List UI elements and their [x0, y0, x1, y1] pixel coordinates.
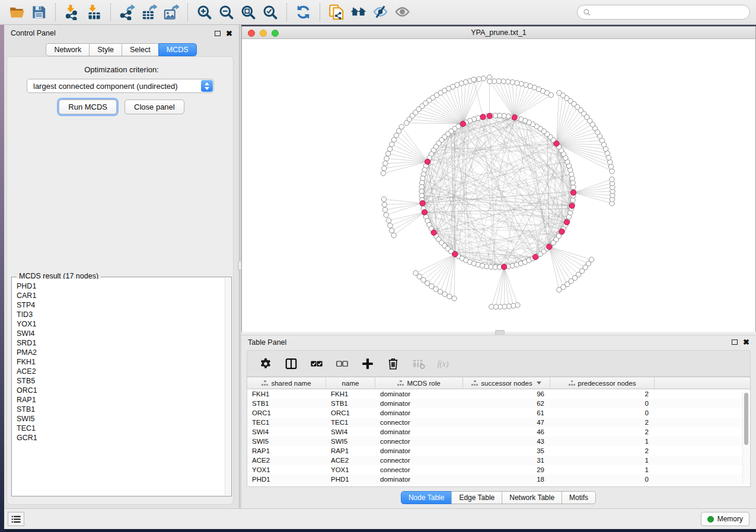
cell-successor-nodes: 46 [463, 427, 550, 437]
refresh-icon[interactable] [292, 2, 314, 23]
toolbar-separator [110, 4, 111, 21]
table-row[interactable]: SWI5SWI5connector431 [247, 437, 750, 446]
cell-predecessor-nodes: 0 [550, 475, 655, 484]
table-scrollbar-thumb[interactable] [744, 393, 748, 445]
window-maximize-icon[interactable] [272, 30, 279, 37]
mcds-result-item[interactable]: ACE2 [17, 367, 225, 376]
mcds-result-item[interactable]: FKH1 [17, 357, 225, 367]
tab-motifs[interactable]: Motifs [562, 491, 596, 504]
tab-select[interactable]: Select [122, 43, 159, 56]
home-icon[interactable] [347, 2, 369, 23]
tab-network[interactable]: Network [46, 43, 90, 56]
mcds-result-item[interactable]: PHD1 [17, 281, 225, 291]
task-history-button[interactable] [8, 512, 24, 526]
mcds-result-item[interactable]: TID3 [17, 310, 225, 319]
network-view-window: YPA_prune.txt_1 [241, 26, 756, 332]
memory-button[interactable]: Memory [701, 512, 749, 526]
open-file-icon[interactable] [6, 2, 28, 23]
mcds-result-item[interactable]: SWI4 [17, 329, 225, 338]
zoom-out-icon[interactable] [215, 2, 237, 23]
criterion-dropdown[interactable]: largest connected component (undirected) [27, 79, 214, 93]
mcds-result-list[interactable]: PHD1CAR1STP4TID3YOX1SWI4SRD1PMA2FKH1ACE2… [12, 279, 225, 495]
table-row[interactable]: RAP1RAP1dominator352 [247, 446, 750, 456]
search-input[interactable] [595, 8, 744, 17]
svg-text:f(x): f(x) [437, 359, 448, 368]
cell-name: YOX1 [326, 465, 375, 475]
tab-node-table[interactable]: Node Table [401, 491, 452, 504]
table-row[interactable]: FKH1FKH1dominator962 [247, 389, 750, 399]
table-row[interactable]: TEC1TEC1connector472 [247, 418, 750, 427]
column-layout-icon[interactable] [283, 356, 299, 371]
column-header-successor-nodes[interactable]: successor nodes [463, 377, 550, 389]
export-table-icon[interactable] [138, 2, 160, 23]
cell-predecessor-nodes: 0 [550, 399, 655, 408]
close-panel-button[interactable]: Close panel [125, 100, 184, 114]
mcds-result-item[interactable]: SWI5 [17, 414, 225, 424]
table-row[interactable]: YOX1YOX1connector291 [247, 465, 750, 475]
column-header-predecessor-nodes[interactable]: predecessor nodes [550, 377, 655, 389]
mcds-result-item[interactable]: CAR1 [17, 291, 225, 300]
zoom-selected-icon[interactable] [259, 2, 281, 23]
float-table-panel-icon[interactable] [732, 339, 738, 345]
close-panel-icon[interactable]: ✖ [226, 30, 232, 37]
mcds-result-item[interactable]: PMA2 [17, 348, 225, 357]
mcds-result-item[interactable]: SRD1 [17, 338, 225, 348]
cell-shared-name: SWI5 [247, 437, 326, 446]
mcds-result-item[interactable]: YOX1 [17, 319, 225, 329]
hide-selected-icon[interactable] [369, 2, 391, 23]
select-all-icon[interactable] [309, 356, 324, 371]
table-row[interactable]: PHD1PHD1dominator180 [247, 475, 750, 484]
delete-column-icon[interactable] [385, 356, 401, 371]
mcds-result-item[interactable]: STB5 [17, 376, 225, 386]
table-row[interactable]: SWI4SWI4dominator462 [247, 427, 750, 437]
tab-style[interactable]: Style [89, 43, 122, 56]
close-table-panel-icon[interactable]: ✖ [743, 338, 749, 346]
import-network-icon[interactable] [61, 2, 83, 23]
copy-network-icon[interactable] [326, 2, 347, 23]
function-builder-icon: f(x) [436, 356, 452, 371]
import-table-icon[interactable] [83, 2, 105, 23]
toolbar-separator [55, 4, 56, 21]
search-box[interactable] [577, 5, 750, 20]
save-session-icon[interactable] [28, 2, 50, 23]
network-canvas[interactable] [242, 40, 755, 332]
cell-predecessor-nodes: 0 [550, 408, 655, 418]
table-row[interactable]: STB1STB1dominator620 [247, 399, 750, 408]
column-header-MCDS-role[interactable]: MCDS role [375, 377, 463, 389]
table-scrollbar[interactable] [742, 392, 749, 484]
tab-mcds[interactable]: MCDS [158, 43, 197, 56]
mcds-result-item[interactable]: RAP1 [17, 395, 225, 405]
table-row[interactable]: ORC1ORC1dominator610 [247, 408, 750, 418]
table-row[interactable]: ACE2ACE2connector311 [247, 456, 750, 465]
settings-gear-icon[interactable] [258, 356, 273, 371]
mcds-result-item[interactable]: STB1 [17, 405, 225, 414]
zoom-fit-icon[interactable] [237, 2, 259, 23]
tab-edge-table[interactable]: Edge Table [451, 491, 502, 504]
cell-MCDS-role: connector [375, 418, 463, 427]
mcds-result-item[interactable]: TEC1 [17, 424, 225, 433]
window-minimize-icon[interactable] [260, 30, 267, 37]
deselect-all-icon[interactable] [334, 356, 350, 371]
tab-network-table[interactable]: Network Table [502, 491, 562, 504]
column-header-name[interactable]: name [326, 377, 375, 389]
show-all-icon[interactable] [391, 2, 413, 23]
mcds-result-item[interactable]: STP4 [17, 300, 225, 310]
column-header-shared-name[interactable]: shared name [247, 377, 326, 389]
mcds-list-scrollbar[interactable] [225, 278, 231, 495]
criterion-dropdown-value: largest connected component (undirected) [33, 82, 178, 91]
mcds-result-groupbox: MCDS result (17 nodes) PHD1CAR1STP4TID3Y… [11, 277, 232, 496]
mcds-result-item[interactable]: GCR1 [17, 433, 225, 443]
control-panel-title: Control Panel [11, 29, 56, 37]
float-panel-icon[interactable] [215, 31, 221, 36]
add-column-icon[interactable] [360, 356, 375, 371]
network-window-titlebar[interactable]: YPA_prune.txt_1 [242, 27, 755, 39]
export-image-icon[interactable] [160, 2, 182, 23]
cell-successor-nodes: 62 [463, 399, 550, 408]
export-network-icon[interactable] [116, 2, 138, 23]
window-close-icon[interactable] [248, 30, 255, 37]
run-mcds-button[interactable]: Run MCDS [59, 100, 117, 114]
zoom-in-icon[interactable] [193, 2, 215, 23]
mcds-result-item[interactable]: ORC1 [17, 386, 225, 395]
control-panel: Control Panel ✖ NetworkStyleSelectMCDS O… [4, 25, 239, 508]
cell-successor-nodes: 96 [463, 389, 550, 399]
